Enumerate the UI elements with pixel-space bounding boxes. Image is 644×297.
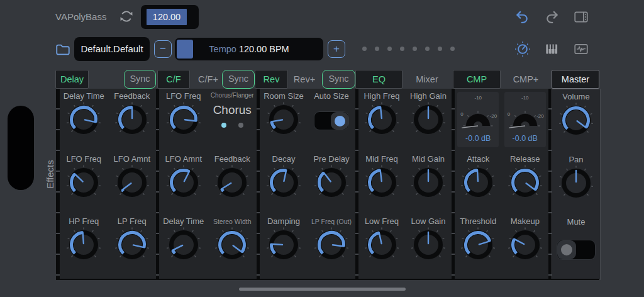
knob-high-gain[interactable] xyxy=(410,101,447,138)
auto-size-toggle[interactable] xyxy=(314,111,349,130)
tab-sync-4[interactable]: Sync xyxy=(222,70,255,89)
knob-pan[interactable] xyxy=(558,165,594,201)
knob-delay-time[interactable] xyxy=(65,101,102,138)
redo-icon[interactable] xyxy=(543,9,560,25)
tempo-decrement-button[interactable]: − xyxy=(154,40,172,58)
selector-dot-2[interactable] xyxy=(238,123,243,128)
tempo-readout: Tempo 120.00 BPM xyxy=(175,38,323,60)
knob-attack[interactable] xyxy=(460,164,496,201)
knob-label: Threshold xyxy=(460,216,496,227)
knob-label: LFO Freq xyxy=(166,91,201,101)
page-dot-5[interactable] xyxy=(413,47,417,51)
refresh-icon[interactable] xyxy=(118,8,135,25)
page-dot-8[interactable] xyxy=(450,47,455,51)
knob-label: Delay Time xyxy=(64,91,104,101)
page-dot-3[interactable] xyxy=(387,47,392,51)
tab-cmp-11[interactable]: CMP+ xyxy=(511,70,541,89)
compressor-meter-cell-2: -100-20-0.0 dB xyxy=(502,90,549,151)
oscilloscope-icon[interactable] xyxy=(573,41,589,57)
knob-label: Pan xyxy=(569,155,583,165)
knob-cell-delay-lfo-freq: LFO Freq xyxy=(60,153,108,214)
knob-volume[interactable] xyxy=(558,102,594,138)
knob-feedback[interactable] xyxy=(214,164,250,201)
keyboard-icon[interactable] xyxy=(543,41,560,57)
knob-pre-delay[interactable] xyxy=(313,164,350,201)
knob-lp-freq[interactable] xyxy=(114,227,150,263)
knob-graphic xyxy=(410,164,447,201)
tempo-label: Tempo xyxy=(209,44,236,54)
knob-hp-freq[interactable] xyxy=(65,227,102,263)
knob-graphic xyxy=(364,164,400,201)
preset-bank-selector[interactable]: Default.Default xyxy=(74,37,150,61)
knob-high-freq[interactable] xyxy=(364,101,400,138)
page-dot-4[interactable] xyxy=(400,47,404,51)
tab-master-12[interactable]: Master xyxy=(552,70,599,89)
knob-graphic xyxy=(460,227,496,263)
knob-graphic xyxy=(364,227,400,263)
knob-delay-time[interactable] xyxy=(165,227,202,263)
page-dot-7[interactable] xyxy=(438,47,442,51)
knob-damping[interactable] xyxy=(265,227,302,263)
knob-low-freq[interactable] xyxy=(364,227,400,263)
knob-decay[interactable] xyxy=(265,164,302,201)
knob-lfo-amnt[interactable] xyxy=(114,164,150,201)
knob-makeup[interactable] xyxy=(507,227,543,263)
tempo-slider[interactable]: Tempo 120.00 BPM xyxy=(175,38,323,60)
knob-graphic xyxy=(114,227,150,263)
knob-low-gain[interactable] xyxy=(410,227,447,263)
selector-dot-1[interactable] xyxy=(221,123,226,128)
side-panel-icon[interactable] xyxy=(573,9,589,25)
preset-name[interactable]: VAPolyBass xyxy=(55,11,106,22)
selector-dots[interactable] xyxy=(221,123,243,128)
knob-mid-freq[interactable] xyxy=(364,164,400,201)
panel-chorus-flanger: LFO FreqChorus/FlangerChorusLFO AmntFeed… xyxy=(159,89,257,280)
knob-feedback[interactable] xyxy=(114,101,150,138)
knob-threshold[interactable] xyxy=(460,227,496,263)
page-dot-2[interactable] xyxy=(375,47,379,51)
page-dot-6[interactable] xyxy=(425,47,430,51)
knob-cell-reverb-room-size: Room Size xyxy=(260,90,308,151)
tab-c-f-3[interactable]: C/F+ xyxy=(193,70,223,89)
toggle-thumb xyxy=(335,116,345,126)
knob-graphic xyxy=(507,227,543,263)
knob-cell-delay-delay-time: Delay Time xyxy=(60,90,108,151)
side-drag-handle[interactable] xyxy=(8,106,34,190)
tab-delay-0[interactable]: Delay xyxy=(55,70,89,89)
tab-sync-7[interactable]: Sync xyxy=(322,70,355,89)
knob-lfo-freq[interactable] xyxy=(165,101,202,138)
selector-header: Chorus/Flanger xyxy=(211,91,254,100)
knob-graphic xyxy=(313,164,350,201)
undo-icon[interactable] xyxy=(514,9,531,25)
horizontal-scrollbar[interactable] xyxy=(239,288,406,291)
knob-room-size[interactable] xyxy=(265,101,302,138)
knob-label: Low Freq xyxy=(365,216,399,227)
tab-cmp-10[interactable]: CMP xyxy=(453,70,501,89)
tab-rev-6[interactable]: Rev+ xyxy=(291,70,318,89)
knob-mode-icon[interactable] xyxy=(514,41,531,57)
knob-release[interactable] xyxy=(507,164,543,201)
tempo-increment-button[interactable]: + xyxy=(328,40,345,58)
knob-lfo-amnt[interactable] xyxy=(165,164,202,201)
knob-label: Feedback xyxy=(114,91,150,101)
mute-toggle[interactable] xyxy=(557,240,596,260)
page-indicator[interactable] xyxy=(362,47,455,51)
knob-cell-chorus-flanger-lfo-amnt: LFO Amnt xyxy=(159,153,208,214)
folder-icon[interactable] xyxy=(55,42,71,58)
toggle-cell-mute: Mute xyxy=(552,216,600,277)
bpm-input[interactable]: 120.00 xyxy=(141,5,199,29)
tab-sync-1[interactable]: Sync xyxy=(124,70,156,89)
tab-mixer-9[interactable]: Mixer xyxy=(413,70,441,89)
page-dot-1[interactable] xyxy=(362,47,367,51)
knob-lfo-freq[interactable] xyxy=(65,164,102,201)
selector-value[interactable]: Chorus xyxy=(213,103,252,117)
tab-eq-8[interactable]: EQ xyxy=(355,70,402,89)
tab-rev-5[interactable]: Rev xyxy=(255,70,288,89)
knob-lp-freq-out[interactable] xyxy=(313,227,350,263)
knob-mid-gain[interactable] xyxy=(410,164,447,201)
knob-label: LFO Amnt xyxy=(113,154,150,164)
knob-graphic xyxy=(65,101,102,138)
bpm-value: 120.00 xyxy=(147,9,187,25)
knob-stereo-width[interactable] xyxy=(214,227,250,263)
knob-graphic xyxy=(214,164,250,201)
tab-c-f-2[interactable]: C/F xyxy=(157,70,190,89)
